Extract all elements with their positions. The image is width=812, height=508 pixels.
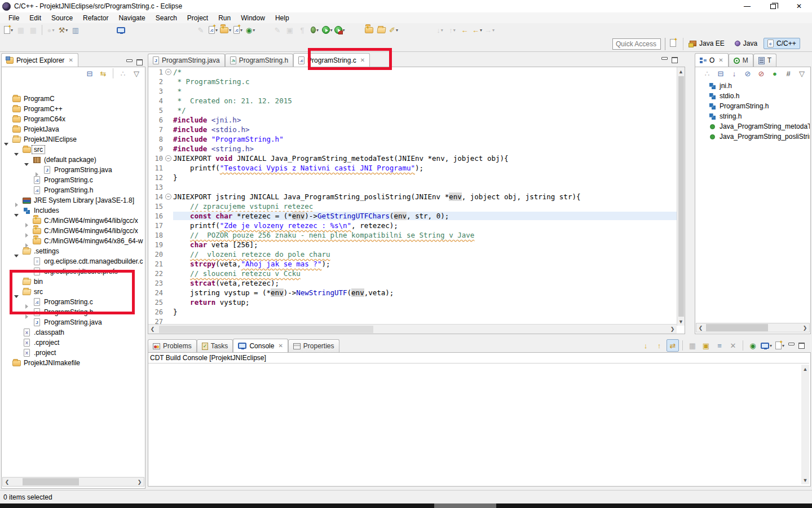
scrollbar-thumb[interactable]	[678, 76, 684, 317]
prev-annotation-button[interactable]: ↑▾	[446, 24, 458, 36]
menu-search[interactable]: Search	[151, 13, 182, 23]
code-line-8[interactable]: 8#include "ProgramString.h"	[148, 134, 677, 144]
outline-tab-o[interactable]: O✕	[695, 53, 729, 67]
minimize-console-button[interactable]	[786, 341, 796, 350]
console-tab-tasks[interactable]: Tasks	[197, 339, 233, 352]
run-button[interactable]: ▾	[321, 24, 333, 36]
show-whitespace-button[interactable]: ¶	[296, 24, 308, 36]
toggle-structure-button[interactable]: ▣	[284, 24, 296, 36]
collapse-all-button[interactable]: ⊟	[714, 67, 727, 80]
scroll-left-icon[interactable]: ❮	[148, 325, 157, 334]
minimize-editor-button[interactable]	[659, 55, 669, 64]
code-line-4[interactable]: 4 * Created on: 21. 12. 2015	[148, 96, 677, 106]
scroll-to-top-button[interactable]: ↑	[653, 339, 665, 352]
tree-item-projektjava[interactable]: ProjektJava	[2, 124, 144, 134]
dropdown-arrow-icon[interactable]: ▾	[343, 28, 345, 33]
scroll-up-icon[interactable]: ▲	[677, 67, 685, 76]
scrollbar-thumb[interactable]	[23, 478, 79, 485]
next-annotation-button[interactable]: ↓▾	[434, 24, 446, 36]
dropdown-arrow-icon[interactable]: ▾	[770, 343, 772, 348]
menu-navigate[interactable]: Navigate	[113, 13, 150, 23]
menu-window[interactable]: Window	[236, 13, 270, 23]
show-on-output-change-button[interactable]: ⇄	[667, 339, 679, 352]
dropdown-arrow-icon[interactable]: ▾	[492, 28, 495, 33]
code-line-23[interactable]: 23 strcat(veta,retezec);	[148, 278, 677, 288]
tree-item-projektjnieclipse[interactable]: ProjektJNIEclipse	[2, 134, 144, 144]
dropdown-arrow-icon[interactable]: ▾	[52, 28, 54, 33]
tree-item-programstring.java[interactable]: ProgramString.java	[2, 165, 144, 175]
tree-item-programc64x[interactable]: ProgramC64x	[2, 114, 144, 124]
maximize-editor-button[interactable]	[669, 55, 679, 64]
tree-item-.project[interactable]: .project	[2, 348, 144, 358]
minimize-button[interactable]: —	[734, 0, 760, 12]
outline-item-stdio.h[interactable]: stdio.h	[696, 91, 810, 101]
maximize-view-button[interactable]	[134, 58, 144, 67]
dropdown-arrow-icon[interactable]: ▾	[330, 28, 333, 33]
code-line-15[interactable]: 15 // zpracujeme vstupni retezec	[148, 202, 677, 211]
tab-project-explorer[interactable]: Project Explorer ✕	[1, 53, 78, 67]
tree-item-.cproject[interactable]: .cproject	[2, 338, 144, 348]
console-tab-problems[interactable]: Problems	[148, 339, 197, 352]
link-with-editor-button[interactable]: ⇆	[97, 67, 109, 80]
code-line-1[interactable]: 1/*	[148, 67, 677, 77]
open-perspective-button[interactable]	[670, 39, 676, 49]
code-line-3[interactable]: 3 *	[148, 86, 677, 96]
code-line-14[interactable]: 14JNIEXPORT jstring JNICALL Java_Program…	[148, 192, 677, 202]
editor-h-scrollbar[interactable]: ❮ ❯	[148, 324, 677, 334]
perspective-javaee[interactable]: Java EE	[686, 38, 729, 49]
open-console-view-button[interactable]	[114, 24, 127, 36]
scroll-right-icon[interactable]: ❯	[135, 478, 144, 486]
new-c-file-button[interactable]: ▾	[207, 24, 219, 36]
outline-tab-t[interactable]: T	[753, 54, 776, 67]
code-line-13[interactable]: 13	[148, 182, 677, 192]
tree-item-programc[interactable]: ProgramC	[2, 94, 144, 104]
dropdown-arrow-icon[interactable]: ▾	[396, 28, 398, 33]
binary-parser-button[interactable]: ▥	[69, 24, 82, 36]
editor-v-scrollbar[interactable]: ▲ ▼	[677, 67, 685, 326]
code-line-26[interactable]: 26}	[148, 307, 677, 317]
display-selected-console-button[interactable]: ▾	[760, 339, 773, 352]
scroll-to-bottom-button[interactable]: ↓	[639, 339, 652, 352]
explorer-h-scrollbar[interactable]: ❮ ❯	[2, 477, 144, 487]
hide-static-button[interactable]: ⊘	[755, 67, 767, 80]
outline-h-scrollbar[interactable]: ❮ ❯	[696, 323, 810, 332]
code-line-12[interactable]: 12}	[148, 173, 677, 182]
search-button[interactable]: ✐▾	[387, 24, 400, 36]
debug-button[interactable]: ▾	[308, 24, 321, 36]
minimize-view-button[interactable]	[124, 58, 134, 67]
hide-includes-button[interactable]: ⊘	[742, 67, 754, 80]
tree-item-jre-system-library-javase-1.8-[interactable]: JRE System Library [JavaSE-1.8]	[2, 195, 144, 205]
close-icon[interactable]: ✕	[278, 343, 283, 349]
code-line-2[interactable]: 2 * ProgramString.c	[148, 77, 677, 86]
console-output[interactable]	[148, 364, 801, 484]
console-v-scrollbar[interactable]: ▲ ▼	[801, 365, 809, 484]
outline-item-jni.h[interactable]: jni.h	[696, 81, 810, 91]
editor-tab-programstring.java[interactable]: ProgramString.java	[148, 54, 225, 67]
pin-console-button[interactable]: ◉	[747, 339, 759, 352]
tree-item-c-mingw64-mingw64-lib-gcc-x[interactable]: C:/MinGW64/mingw64/lib/gcc/x	[2, 226, 144, 236]
menu-source[interactable]: Source	[46, 13, 78, 23]
focus-button[interactable]: ∴	[117, 67, 129, 80]
open-console-button[interactable]: ▾	[774, 339, 786, 352]
save-all-button[interactable]: ▦	[27, 24, 39, 36]
code-line-9[interactable]: 9#include <string.h>	[148, 144, 677, 154]
forward-button[interactable]: →▾	[483, 24, 496, 36]
view-menu-button[interactable]: ▽	[796, 67, 808, 80]
code-line-19[interactable]: 19 char veta [256];	[148, 240, 677, 249]
maximize-console-button[interactable]	[796, 341, 806, 350]
code-line-7[interactable]: 7#include <stdio.h>	[148, 125, 677, 134]
tree-item-programstring.c[interactable]: ProgramString.c	[2, 175, 144, 185]
tree-item-includes[interactable]: Includes	[2, 205, 144, 216]
collapse-all-button[interactable]: ⊟	[83, 67, 96, 80]
code-line-16[interactable]: 16 const char *retezec = (*env)->GetStri…	[148, 211, 677, 221]
open-resource-button[interactable]	[375, 24, 387, 36]
code-line-21[interactable]: 21 strcpy(veta,"Ahoj jak se mas ?");	[148, 259, 677, 269]
mark-occurrences-button[interactable]: ✎	[195, 24, 207, 36]
scroll-down-icon[interactable]: ▼	[801, 476, 810, 484]
dropdown-arrow-icon[interactable]: ▾	[453, 28, 456, 33]
open-type-button[interactable]	[363, 24, 375, 36]
outline-tab-m[interactable]: M	[729, 54, 753, 67]
menu-help[interactable]: Help	[270, 13, 294, 23]
scroll-up-icon[interactable]: ▲	[801, 365, 810, 373]
tree-item-programstring.java[interactable]: ProgramString.java	[2, 317, 144, 327]
